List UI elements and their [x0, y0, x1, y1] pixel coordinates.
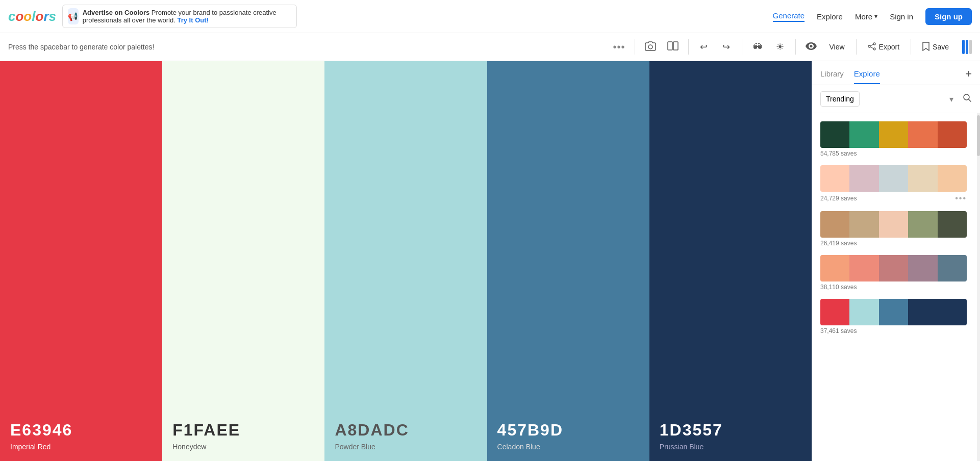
ad-cta[interactable]: Try It Out!: [177, 16, 208, 24]
swatch: [820, 165, 849, 192]
view-label: View: [830, 43, 845, 51]
sidebar-filter: Trending Popular Latest Random: [812, 85, 980, 113]
swatch: [879, 165, 908, 192]
palette-meta: 54,785 saves: [820, 150, 967, 157]
swatch: [908, 255, 937, 281]
palette-swatches[interactable]: [820, 211, 967, 238]
swatch: [849, 211, 878, 238]
camera-icon: [645, 41, 656, 54]
svg-point-3: [873, 43, 875, 45]
color-hex-1: E63946: [10, 421, 152, 440]
svg-point-4: [868, 45, 870, 47]
list-item: 38,110 saves: [812, 251, 975, 295]
svg-point-2: [810, 45, 812, 47]
palette-meta: 26,419 saves: [820, 240, 967, 247]
toolbar-hint: Press the spacebar to generate color pal…: [8, 43, 606, 51]
redo-icon: ↪: [722, 41, 730, 53]
nav-links: Generate Explore More ▾ Sign in Sign up: [773, 8, 972, 25]
palette-saves: 24,729 saves: [820, 195, 857, 202]
color-name-5: Prussian Blue: [660, 443, 801, 451]
svg-rect-0: [668, 42, 672, 50]
megaphone-icon: 📢: [68, 12, 78, 21]
nav-signin[interactable]: Sign in: [890, 12, 913, 21]
svg-point-5: [873, 48, 875, 50]
swatch: [849, 121, 878, 148]
color-swatch-2[interactable]: F1FAEE Honeydew: [162, 61, 324, 461]
color-swatch-4[interactable]: 457B9D Celadon Blue: [487, 61, 649, 461]
compare-button[interactable]: [664, 38, 682, 56]
ad-title: Advertise on Coolors: [83, 9, 149, 16]
color-swatch-3[interactable]: A8DADC Powder Blue: [324, 61, 487, 461]
color-swatch-5[interactable]: 1D3557 Prussian Blue: [649, 61, 812, 461]
glasses-button[interactable]: 🕶: [748, 38, 767, 56]
sidebar-toggle[interactable]: [962, 40, 972, 54]
toolbar-divider-2: [688, 39, 689, 55]
palette-meta: 38,110 saves: [820, 284, 967, 291]
save-button[interactable]: Save: [917, 39, 954, 56]
color-name-1: Imperial Red: [10, 443, 152, 451]
dots-icon: •••: [613, 41, 625, 53]
redo-button[interactable]: ↪: [717, 38, 736, 56]
color-name-2: Honeydew: [172, 443, 314, 451]
export-label: Export: [879, 43, 899, 51]
camera-button[interactable]: [641, 38, 660, 56]
nav-generate[interactable]: Generate: [773, 11, 805, 22]
brightness-button[interactable]: ☀: [771, 38, 789, 56]
svg-line-9: [969, 99, 971, 101]
swatch: [938, 165, 967, 192]
ad-text: Advertise on Coolors Promote your brand …: [83, 9, 291, 24]
svg-line-6: [870, 44, 873, 46]
view-button[interactable]: View: [824, 40, 850, 54]
bookmark-icon: [922, 42, 929, 53]
toolbar-divider-5: [856, 39, 857, 55]
logo[interactable]: coolors: [8, 9, 56, 24]
sidebar-search-button[interactable]: [963, 93, 972, 105]
palette-meta: 24,729 saves •••: [820, 194, 967, 203]
undo-button[interactable]: ↩: [695, 38, 713, 56]
eye-icon: [806, 42, 817, 53]
chevron-down-icon: ▾: [874, 13, 877, 20]
tab-explore[interactable]: Explore: [854, 69, 880, 84]
swatch: [908, 299, 937, 325]
swatch: [849, 299, 878, 325]
nav-explore[interactable]: Explore: [817, 12, 843, 21]
svg-line-7: [870, 47, 873, 48]
palette-swatches[interactable]: [820, 299, 967, 325]
options-button[interactable]: •••: [610, 38, 629, 56]
swatch: [820, 255, 849, 281]
nav-more[interactable]: More ▾: [855, 12, 877, 21]
color-swatch-1[interactable]: E63946 Imperial Red: [0, 61, 162, 461]
swatch: [879, 121, 908, 148]
swatch: [879, 255, 908, 281]
eye-button[interactable]: [802, 38, 820, 56]
color-hex-2: F1FAEE: [172, 421, 314, 440]
color-palette: E63946 Imperial Red F1FAEE Honeydew A8DA…: [0, 61, 812, 461]
swatch: [908, 121, 937, 148]
toolbar: Press the spacebar to generate color pal…: [0, 33, 980, 61]
sidebar-add-button[interactable]: +: [965, 68, 972, 85]
toolbar-divider-1: [635, 39, 635, 55]
sidebar-tabs: Library Explore +: [812, 61, 980, 85]
swatch: [938, 299, 967, 325]
color-name-4: Celadon Blue: [497, 443, 639, 451]
list-item: 24,729 saves •••: [812, 161, 975, 207]
nav-signup[interactable]: Sign up: [925, 8, 972, 25]
sidebar-bar-3: [969, 40, 972, 54]
filter-dropdown-wrap: Trending Popular Latest Random: [820, 91, 959, 107]
palette-swatches[interactable]: [820, 255, 967, 281]
compare-icon: [667, 41, 679, 54]
color-hex-5: 1D3557: [660, 421, 801, 440]
ad-icon: 📢: [68, 8, 79, 24]
sidebar-bar-1: [962, 40, 965, 54]
palette-list: 54,785 saves 24,729 saves •••: [812, 113, 980, 461]
filter-dropdown[interactable]: Trending Popular Latest Random: [820, 91, 860, 107]
export-button[interactable]: Export: [863, 39, 904, 55]
swatch: [908, 165, 937, 192]
palette-swatches[interactable]: [820, 121, 967, 148]
palette-saves: 26,419 saves: [820, 240, 857, 247]
palette-more-button[interactable]: •••: [955, 194, 967, 203]
nav-more-label: More: [855, 12, 872, 21]
palette-saves: 54,785 saves: [820, 150, 857, 157]
tab-library[interactable]: Library: [820, 69, 844, 84]
palette-swatches[interactable]: [820, 165, 967, 192]
